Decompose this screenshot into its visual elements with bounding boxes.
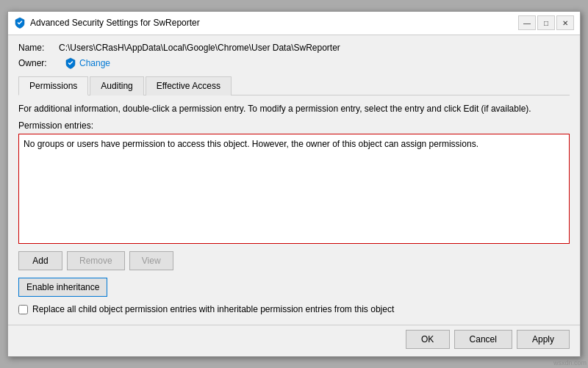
view-button[interactable]: View [129,251,173,270]
cancel-button[interactable]: Cancel [454,330,512,349]
title-bar-buttons: — □ ✕ [518,15,574,30]
permission-entries-label: Permission entries: [18,120,570,131]
minimize-button[interactable]: — [518,15,536,30]
main-content: Name: C:\Users\CRasH\AppData\Local\Googl… [8,35,580,305]
title-bar-left: Advanced Security Settings for SwReporte… [14,17,200,29]
tab-effective-access[interactable]: Effective Access [146,76,232,95]
change-label: Change [79,58,110,68]
maximize-button[interactable]: □ [537,15,555,30]
footer-buttons: OK Cancel Apply [8,325,580,356]
owner-label: Owner: [18,58,59,68]
window-icon [14,17,26,29]
watermark: wsxdn.com [553,359,587,367]
remove-button[interactable]: Remove [67,251,125,270]
change-link[interactable]: Change [65,57,110,69]
no-permission-text: No groups or users have permission to ac… [24,139,478,149]
checkbox-row: Replace all child object permission entr… [8,304,580,314]
ok-button[interactable]: OK [406,330,450,349]
close-button[interactable]: ✕ [556,15,574,30]
name-label: Name: [18,43,59,53]
replace-permissions-checkbox[interactable] [18,305,28,314]
add-button[interactable]: Add [18,251,62,270]
name-row: Name: C:\Users\CRasH\AppData\Local\Googl… [18,43,570,53]
enable-inheritance-button[interactable]: Enable inheritance [18,278,107,297]
window-title: Advanced Security Settings for SwReporte… [30,18,200,28]
shield-change-icon [65,57,76,69]
tab-permissions[interactable]: Permissions [18,76,88,95]
owner-row: Owner: Change [18,57,570,69]
title-bar: Advanced Security Settings for SwReporte… [8,12,580,35]
name-value: C:\Users\CRasH\AppData\Local\Google\Chro… [59,43,340,53]
main-window: Advanced Security Settings for SwReporte… [7,11,581,358]
apply-button[interactable]: Apply [517,330,570,349]
permission-buttons-row: Add Remove View [18,251,570,270]
checkbox-label: Replace all child object permission entr… [32,304,394,314]
description-text: For additional information, double-click… [18,103,570,115]
permission-entries-box: No groups or users have permission to ac… [18,134,570,244]
tabs-container: Permissions Auditing Effective Access [18,76,570,95]
tab-auditing[interactable]: Auditing [90,76,143,95]
